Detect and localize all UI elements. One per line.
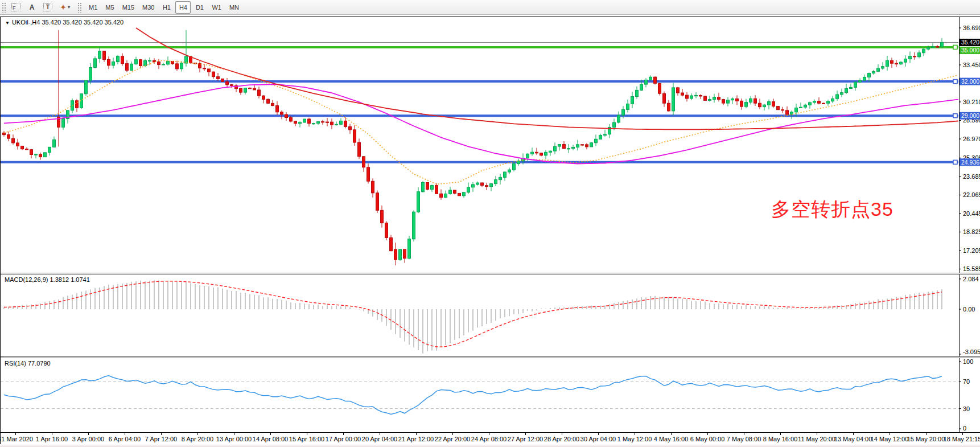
timeframe-button-m1[interactable]: M1 [85,1,101,14]
svg-text:22.065: 22.065 [963,191,980,198]
chinese-annotation-text: 多空转折点35 [771,198,893,220]
time-label: 15 May 20:00 [907,436,945,442]
svg-text:15.585: 15.585 [963,265,980,272]
timeframe-button-mn[interactable]: MN [226,1,242,14]
chart-window: ▼UKOil-,H4 35.420 35.420 35.420 35.420 多… [0,17,980,444]
hline-handle[interactable] [953,160,957,164]
chart-title: ▼UKOil-,H4 35.420 35.420 35.420 35.420 [5,19,123,26]
time-tick [962,433,963,435]
time-label: 27 Apr 12:00 [508,436,543,442]
ma-slow-line [136,28,960,129]
time-label: 14 Apr 08:00 [253,436,288,442]
time-tick [52,433,52,435]
svg-text:24.936: 24.936 [961,159,979,166]
toolbar-separator-grip [77,2,81,13]
time-tick [380,433,380,435]
indicator-f-tool-button[interactable]: F [8,1,24,14]
svg-text:0: 0 [963,425,966,432]
time-tick [125,433,125,435]
time-label: 17 Apr 00:00 [326,436,361,442]
time-label: 8 May 16:00 [763,436,798,442]
price-axis-ticks: 36.69033.45030.21028.59026.97025.30523.6… [959,24,980,272]
f-frame-icon: F [11,3,20,11]
svg-text:23.685: 23.685 [963,173,980,180]
timeframe-button-h4[interactable]: H4 [175,1,191,14]
ma-fast-line [4,60,960,184]
svg-text:33.450: 33.450 [963,61,980,68]
svg-text:18.825: 18.825 [963,228,980,235]
timeframe-button-group: M1M5M15M30H1H4D1W1MN [85,1,243,14]
time-label: 7 May 08:00 [727,436,761,442]
time-label: 8 Apr 20:00 [182,436,213,442]
time-tick [452,433,453,435]
arrows-tool-button[interactable]: ✦ ▾ [57,1,73,14]
time-label: 3 Apr 00:00 [72,436,104,442]
toolbar-grip[interactable] [2,2,6,13]
macd-panel[interactable]: MACD(12,26,9) 1.3812 1.0741 2.0840.00-3.… [1,274,980,356]
svg-text:36.690: 36.690 [963,24,980,31]
time-tick [817,433,817,435]
time-tick [707,433,708,435]
time-label: 18 May 21:15 [944,436,980,442]
chevron-down-icon[interactable]: ▼ [5,20,10,26]
time-label: 7 Apr 12:00 [145,436,177,442]
ma-mid-line [4,84,960,163]
time-label: 6 Apr 04:00 [109,436,141,442]
hline-handle[interactable] [953,114,957,118]
time-tick [671,433,672,435]
hline-handle[interactable] [953,45,957,49]
timeframe-button-m15[interactable]: M15 [119,1,138,14]
svg-text:17.205: 17.205 [963,247,980,254]
time-label: 1 May 12:00 [617,436,652,442]
time-label: 4 May 16:00 [654,436,689,442]
letter-t-icon: T [43,3,52,11]
time-label: 14 May 12:00 [871,436,909,442]
svg-text:2.084: 2.084 [963,276,979,282]
window-bottom-edge [0,444,980,447]
rsi-panel[interactable]: RSI(14) 77.0790 10070300 [1,358,980,432]
time-tick [635,433,635,435]
timeframe-button-h1[interactable]: H1 [159,1,174,14]
time-tick [88,433,89,435]
time-tick [307,433,307,435]
rsi-canvas[interactable]: 10070300 [1,358,980,432]
timeframe-button-d1[interactable]: D1 [192,1,207,14]
time-tick [416,433,417,435]
text-box-tool-button[interactable]: T [40,1,56,14]
svg-text:30.210: 30.210 [963,99,980,105]
macd-histogram [4,280,942,353]
text-annotation-tool-button[interactable]: A [25,1,39,14]
time-label: 1 Apr 16:00 [36,436,68,442]
svg-text:70: 70 [963,378,970,385]
price-chart-canvas[interactable]: 36.69033.45030.21028.59026.97025.30523.6… [1,17,980,273]
timeframe-button-m30[interactable]: M30 [139,1,158,14]
time-label: 13 Apr 00:00 [216,436,252,442]
rsi-indicator-label: RSI(14) 77.0790 [5,360,51,367]
time-tick [744,433,744,435]
svg-text:32.000: 32.000 [961,78,979,85]
svg-text:35.000: 35.000 [961,47,979,54]
time-label: 30 Apr 04:00 [580,436,616,442]
time-label: 31 Mar 2020 [0,436,33,442]
time-tick [234,433,234,435]
time-tick [15,433,16,435]
macd-canvas[interactable]: 2.0840.00-3.0957 [1,274,980,356]
time-axis[interactable]: 31 Mar 20201 Apr 16:003 Apr 00:006 Apr 0… [1,432,980,445]
svg-text:20.445: 20.445 [963,210,980,217]
svg-text:35.420: 35.420 [961,39,979,46]
svg-text:30: 30 [963,405,970,412]
time-label: 13 May 04:00 [834,436,872,442]
svg-text:26.970: 26.970 [963,136,980,142]
main-chart-panel[interactable]: ▼UKOil-,H4 35.420 35.420 35.420 35.420 多… [1,17,980,273]
hline-handle[interactable] [953,80,957,84]
timeframe-button-m5[interactable]: M5 [102,1,117,14]
time-tick [270,433,271,435]
arrows-icon: ✦ [60,3,66,11]
top-toolbar: F A T ✦ ▾ M1M5M15M30H1H4D1W1MN [0,0,980,15]
time-tick [562,433,562,435]
time-label: 22 Apr 20:00 [435,436,470,442]
timeframe-button-w1[interactable]: W1 [208,1,225,14]
time-tick [926,433,927,435]
svg-text:0.00: 0.00 [963,306,975,313]
letter-a-icon: A [30,3,35,11]
